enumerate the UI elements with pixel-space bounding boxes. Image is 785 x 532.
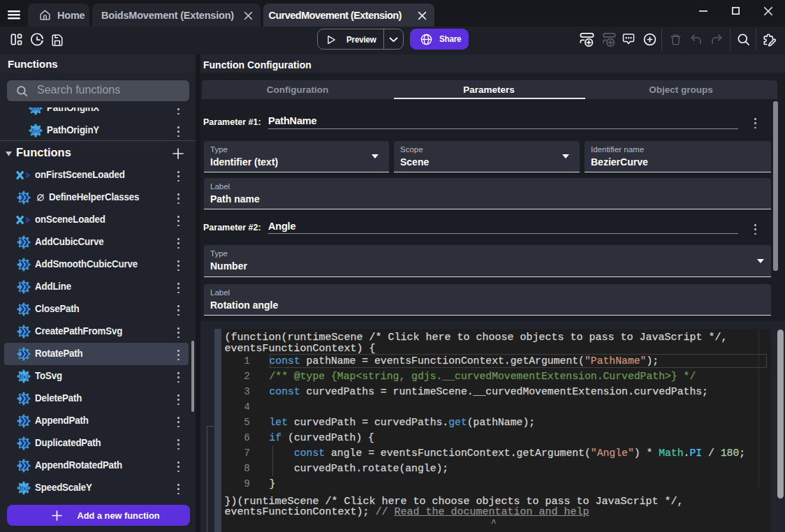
svg-text:f(x): f(x)	[20, 373, 29, 380]
svg-text:f(x): f(x)	[31, 127, 41, 134]
svg-text:f(x): f(x)	[31, 108, 41, 112]
svg-text:f(x): f(x)	[20, 485, 29, 492]
